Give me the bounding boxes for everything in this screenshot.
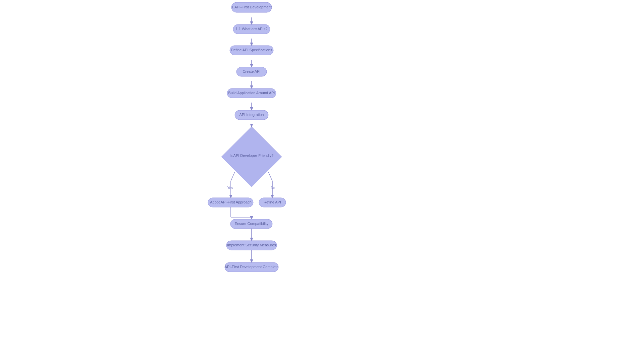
node-create-api-label: Create API bbox=[243, 69, 260, 73]
node-what-are-apis-label: 1.1 What are APIs? bbox=[236, 27, 268, 31]
node-dev-complete-label: API-First Development Complete bbox=[225, 265, 279, 269]
arrow-no-line1 bbox=[268, 172, 272, 181]
no-label: No bbox=[271, 186, 275, 190]
decision-label-developer-friendly: Is API Developer-Friendly? bbox=[230, 154, 274, 158]
node-adopt-api-first-label: Adopt API-First Approach bbox=[210, 200, 252, 204]
flowchart-container: Is API Developer-Friendly? Yes No 1 API-… bbox=[0, 0, 644, 362]
node-ensure-compatibility-label: Ensure Compatibility bbox=[235, 222, 269, 226]
node-implement-security-label: Implement Security Measures bbox=[227, 243, 276, 247]
node-build-app-label: Build Application Around API bbox=[228, 91, 275, 95]
arrow-yes-line1 bbox=[231, 172, 235, 181]
yes-label: Yes bbox=[227, 186, 233, 190]
node-api-integration-label: API Integration bbox=[239, 113, 264, 117]
node-define-api-specs-label: Define API Specifications bbox=[231, 48, 272, 52]
node-api-first-dev-label: 1 API-First Development bbox=[231, 5, 271, 9]
node-refine-api-label: Refine API bbox=[264, 200, 281, 204]
